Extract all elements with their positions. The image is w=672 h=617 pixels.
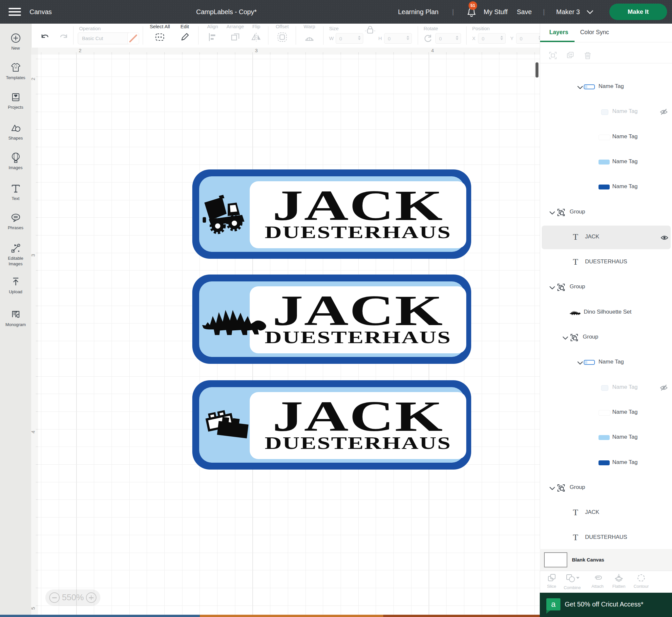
save-button[interactable]: Save — [517, 0, 532, 24]
flatten-button[interactable]: Flatten — [608, 573, 629, 589]
eye-off-icon[interactable] — [659, 108, 668, 117]
tab-layers[interactable]: Layers — [549, 29, 568, 36]
attach-button[interactable]: Attach — [587, 573, 608, 589]
group-icon — [570, 333, 579, 342]
layer-row-name-tag[interactable]: Name Tag — [540, 175, 672, 200]
duplicate-layer-icon[interactable] — [566, 51, 575, 60]
delete-layer-icon[interactable] — [583, 51, 592, 60]
x-position-input[interactable]: 0 — [478, 33, 506, 44]
layer-row-name-tag[interactable]: Name Tag — [540, 450, 672, 475]
chevron-down-icon[interactable] — [576, 84, 584, 90]
tab-color-sync[interactable]: Color Sync — [580, 29, 609, 36]
layer-label: Group — [570, 209, 585, 215]
make-it-button[interactable]: Make It — [609, 4, 667, 20]
layer-row-duesterhaus[interactable]: TDUESTERHAUS — [540, 526, 672, 550]
chevron-down-icon[interactable] — [548, 209, 556, 216]
menu-icon[interactable] — [9, 8, 21, 16]
slice-button[interactable]: Slice — [541, 573, 562, 589]
machine-selector[interactable]: Maker 3 — [556, 0, 580, 24]
learning-plan-link[interactable]: Learning Plan — [398, 0, 438, 24]
layer-row-dino-silhouette-set[interactable]: Dino Silhouette Set — [540, 300, 672, 325]
cricut-access-logo: a — [546, 598, 561, 610]
chevron-down-icon[interactable] — [576, 359, 584, 366]
sidebar-item-label: Monogram — [0, 322, 31, 328]
slice-icon — [541, 573, 562, 583]
contour-button[interactable]: Contour — [631, 573, 652, 589]
machine-chevron-down-icon[interactable] — [586, 10, 594, 15]
sidebar-item-new[interactable]: New — [0, 32, 31, 51]
name-tag-2[interactable]: JACKDUESTERHAUS — [192, 274, 471, 364]
layer-row-name-tag[interactable]: Name Tag — [540, 74, 672, 99]
redo-icon[interactable] — [57, 31, 69, 41]
layer-row-name-tag[interactable]: Name Tag — [540, 125, 672, 150]
canvas-vertical-scrollbar[interactable] — [536, 62, 539, 77]
name-tag-first-name: JACK — [204, 289, 512, 332]
my-stuff-link[interactable]: My Stuff — [484, 0, 508, 24]
layer-row-name-tag[interactable]: Name Tag — [540, 425, 672, 450]
layer-row-group[interactable]: Group — [540, 475, 672, 500]
layer-row-group[interactable]: Group — [540, 200, 672, 225]
sidebar-item-images[interactable]: Images — [0, 152, 31, 170]
sidebar-item-monogram[interactable]: Monogram — [0, 308, 31, 328]
layer-row-name-tag[interactable]: Name Tag — [540, 150, 672, 175]
eye-off-icon[interactable] — [659, 383, 668, 392]
rotate-icon[interactable] — [422, 33, 433, 44]
layer-row-name-tag[interactable]: Name Tag — [540, 350, 672, 375]
size-lock-icon[interactable] — [364, 24, 376, 35]
topbar-separator: | — [452, 0, 454, 24]
align-button[interactable]: Align — [202, 24, 224, 43]
action-label: Combine — [562, 585, 583, 590]
arrange-button[interactable]: Arrange — [224, 24, 247, 43]
sidebar-item-projects[interactable]: Projects — [0, 91, 31, 110]
combine-button[interactable]: Combine — [562, 573, 583, 590]
width-stepper[interactable] — [358, 36, 361, 42]
layer-row-group[interactable]: Group — [540, 275, 672, 300]
layer-label: Name Tag — [612, 459, 638, 466]
layer-row-jack[interactable]: TJACK — [540, 500, 672, 526]
sidebar-item-templates[interactable]: Templates — [0, 62, 31, 80]
zoom-in-button[interactable] — [86, 592, 96, 603]
offset-button[interactable]: Offset — [271, 24, 293, 43]
layer-label: Name Tag — [612, 133, 638, 140]
blank-canvas-row[interactable]: Blank Canvas — [540, 549, 672, 571]
sidebar-item-text[interactable]: Text — [0, 183, 31, 201]
select-all-button[interactable]: Select All — [147, 24, 173, 43]
sidebar-item-shapes[interactable]: Shapes — [0, 122, 31, 141]
undo-icon[interactable] — [39, 31, 51, 41]
group-layers-icon[interactable] — [548, 51, 558, 60]
layer-color-swatch-hidden — [601, 385, 608, 391]
chevron-down-icon[interactable] — [548, 284, 556, 290]
height-input[interactable]: 0 — [384, 33, 412, 44]
project-title[interactable]: CampLabels - Copy* — [196, 0, 257, 24]
design-canvas[interactable]: JACKDUESTERHAUSJACKDUESTERHAUSJACKDUESTE… — [38, 54, 541, 615]
warp-button[interactable]: Warp — [299, 24, 320, 43]
group-icon — [557, 283, 566, 292]
layer-row-name-tag[interactable]: Name Tag — [540, 375, 672, 400]
layer-row-name-tag[interactable]: Name Tag — [540, 99, 672, 125]
dino-thumbnail — [570, 308, 581, 316]
name-tag-1[interactable]: JACKDUESTERHAUS — [192, 169, 471, 259]
templates-icon — [0, 62, 31, 73]
cricut-access-banner[interactable]: a Get 50% off Cricut Access* — [540, 593, 672, 617]
sidebar-item-editable-images[interactable]: EditableImages — [0, 242, 31, 267]
layer-label: JACK — [585, 233, 599, 240]
layer-row-jack[interactable]: TJACK — [540, 225, 672, 250]
width-input[interactable]: 0 — [336, 33, 363, 44]
sidebar-item-upload[interactable]: Upload — [0, 276, 31, 294]
chevron-down-icon[interactable] — [548, 485, 556, 491]
name-tag-3[interactable]: JACKDUESTERHAUS — [192, 380, 471, 469]
layer-row-duesterhaus[interactable]: TDUESTERHAUS — [540, 250, 672, 275]
layer-row-name-tag[interactable]: Name Tag — [540, 400, 672, 425]
edit-button[interactable]: Edit — [175, 24, 195, 43]
flip-button[interactable]: Flip — [247, 24, 266, 43]
rotate-input[interactable]: 0 — [435, 33, 461, 44]
layer-label: Name Tag — [612, 158, 638, 165]
editable-images-icon — [0, 242, 31, 254]
sidebar-item-phrases[interactable]: Phrases — [0, 212, 31, 230]
eye-icon[interactable] — [660, 233, 669, 242]
operation-color-swatch[interactable] — [127, 32, 139, 44]
layer-label: Group — [570, 283, 585, 290]
shapes-icon — [0, 122, 31, 134]
layer-row-group[interactable]: Group — [540, 325, 672, 350]
chevron-down-icon[interactable] — [562, 334, 569, 341]
